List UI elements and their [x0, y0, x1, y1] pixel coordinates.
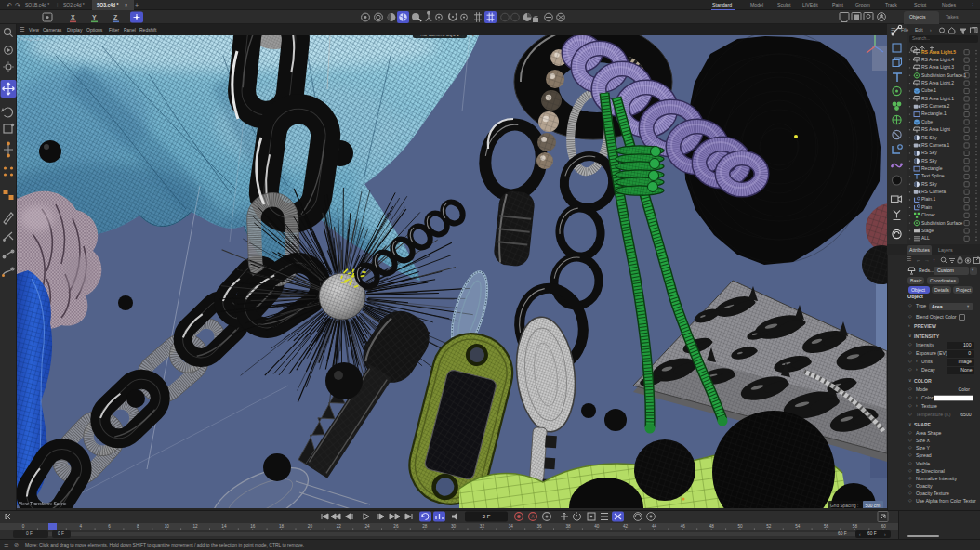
svg-text:38: 38 — [565, 524, 571, 529]
svg-text:46: 46 — [681, 524, 686, 529]
svg-text:14: 14 — [221, 524, 227, 529]
svg-text:34: 34 — [509, 524, 514, 529]
svg-text:24: 24 — [365, 524, 371, 529]
svg-text:4: 4 — [79, 524, 82, 529]
svg-text:Z: Z — [113, 14, 118, 20]
svg-text:A: A — [531, 514, 535, 519]
svg-text:10: 10 — [165, 524, 170, 529]
svg-text:20: 20 — [308, 524, 313, 529]
svg-text:52: 52 — [766, 524, 772, 529]
svg-text:32: 32 — [480, 524, 485, 529]
svg-text:42: 42 — [623, 524, 629, 529]
svg-text:500 cm: 500 cm — [866, 504, 881, 508]
svg-text:18: 18 — [279, 524, 285, 529]
svg-text:54: 54 — [795, 524, 801, 529]
svg-text:60: 60 — [881, 524, 887, 529]
svg-text:6: 6 — [108, 524, 111, 529]
svg-text:22: 22 — [337, 524, 342, 529]
svg-text:0: 0 — [22, 524, 25, 529]
svg-text:28: 28 — [422, 524, 428, 529]
svg-text:View Transform: Scene: View Transform: Scene — [19, 501, 67, 506]
svg-text:26: 26 — [393, 524, 399, 529]
svg-text:36: 36 — [537, 524, 543, 529]
svg-text:Grid Spacing :: Grid Spacing : — [830, 504, 858, 508]
svg-text:RS Camera SQ3 1: RS Camera SQ3 1 — [420, 35, 459, 37]
svg-text:30: 30 — [451, 524, 457, 529]
svg-text:Perspective: Perspective — [20, 36, 44, 42]
svg-text:X: X — [71, 14, 75, 20]
svg-text:48: 48 — [709, 524, 715, 529]
svg-text:50: 50 — [737, 524, 743, 529]
svg-text:40: 40 — [594, 524, 600, 529]
svg-text:16: 16 — [250, 524, 256, 529]
svg-text:56: 56 — [824, 524, 829, 529]
svg-text:12: 12 — [192, 524, 198, 529]
svg-text:2 F: 2 F — [483, 514, 491, 519]
svg-text:58: 58 — [853, 524, 858, 529]
svg-text:Y: Y — [92, 14, 97, 20]
svg-text:8: 8 — [137, 524, 139, 529]
svg-text:44: 44 — [652, 524, 657, 529]
